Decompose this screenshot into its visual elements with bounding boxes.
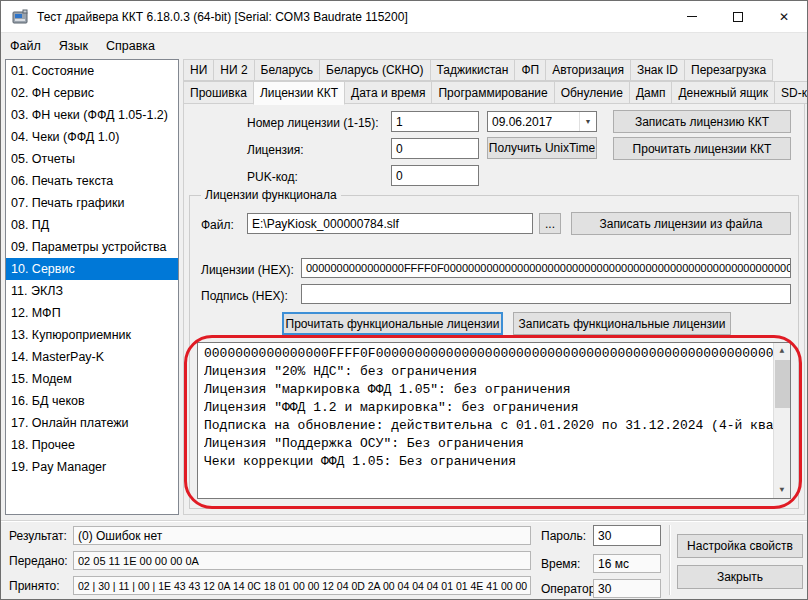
tab-programming[interactable]: Программирование <box>431 81 554 104</box>
sidebar-item-bill-acceptor[interactable]: 13. Купюроприемник <box>6 324 178 346</box>
tab-fp[interactable]: ФП <box>514 59 546 81</box>
received-value: 02 | 30 | 11 | 00 | 1E 43 43 12 0A 14 0C… <box>73 576 531 595</box>
output-line: Лицензия "маркировка ФФД 1.05": без огра… <box>204 381 786 399</box>
close-icon: ✕ <box>779 10 789 24</box>
password-input[interactable]: 30 <box>593 525 661 546</box>
read-functional-licenses-button[interactable]: Прочитать функциональные лицензии <box>282 312 503 335</box>
sidebar-item-other[interactable]: 18. Прочее <box>6 434 178 456</box>
sidebar-item-device-params[interactable]: 09. Параметры устройства <box>6 236 178 258</box>
date-picker[interactable]: 09.06.2017 ▼ <box>487 111 597 132</box>
output-line: Лицензия "Поддержка ОСУ": Без ограничени… <box>204 435 786 453</box>
sidebar-list: 01. Состояние 02. ФН сервис 03. ФН чеки … <box>5 59 179 515</box>
maximize-icon <box>733 12 743 22</box>
scroll-up-icon[interactable]: ▲ <box>774 343 790 359</box>
sidebar-item-service[interactable]: 10. Сервис <box>6 258 178 280</box>
tab-belarus-skno[interactable]: Беларусь (СКНО) <box>319 59 430 81</box>
sidebar-item-pay-manager[interactable]: 19. Pay Manager <box>6 456 178 478</box>
app-window: Тест драйвера ККТ 6.18.0.3 (64-bit) [Ser… <box>0 0 808 600</box>
properties-settings-button[interactable]: Настройка свойств <box>677 534 803 558</box>
window-title: Тест драйвера ККТ 6.18.0.3 (64-bit) [Ser… <box>37 10 408 24</box>
license-number-input[interactable]: 1 <box>391 111 479 132</box>
window-controls: ✕ <box>669 1 807 32</box>
menubar: Файл Язык Справка <box>1 34 807 58</box>
read-kkt-licenses-button[interactable]: Прочитать лицензии ККТ <box>613 137 791 160</box>
sidebar-item-fn-service[interactable]: 02. ФН сервис <box>6 82 178 104</box>
write-licenses-from-file-button[interactable]: Записать лицензии из файла <box>571 212 791 235</box>
get-unixtime-button[interactable]: Получить UnixTime <box>487 137 597 159</box>
signature-hex-label: Подпись (HEX): <box>201 289 288 303</box>
signature-hex-input[interactable] <box>301 284 791 304</box>
menu-help[interactable]: Справка <box>97 34 164 58</box>
close-button[interactable]: ✕ <box>761 1 807 32</box>
sidebar-item-fn-checks[interactable]: 03. ФН чеки (ФФД 1.05-1.2) <box>6 104 178 126</box>
tab-znak-id[interactable]: Знак ID <box>630 59 685 81</box>
chevron-down-icon[interactable]: ▼ <box>579 112 596 131</box>
write-kkt-license-button[interactable]: Записать лицензию ККТ <box>613 110 791 133</box>
tab-date-time[interactable]: Дата и время <box>344 81 432 104</box>
operator-value: 30 <box>593 579 661 598</box>
vertical-separator <box>669 525 671 595</box>
sidebar-item-eklz[interactable]: 11. ЭКЛЗ <box>6 280 178 302</box>
scrollbar-thumb[interactable] <box>775 360 790 408</box>
tab-row-1: НИ НИ 2 Беларусь Беларусь (СКНО) Таджики… <box>183 59 772 81</box>
sidebar-item-reports[interactable]: 05. Отчеты <box>6 148 178 170</box>
tab-firmware[interactable]: Прошивка <box>183 81 254 104</box>
tab-reboot[interactable]: Перезагрузка <box>684 59 773 81</box>
date-value: 09.06.2017 <box>488 115 579 129</box>
result-value: (0) Ошибок нет <box>73 526 531 545</box>
license-output-area[interactable]: 0000000000000000FFFF0F000000000000000000… <box>197 342 791 499</box>
sidebar-item-masterpay[interactable]: 14. MasterPay-K <box>6 346 178 368</box>
sidebar-item-print-text[interactable]: 06. Печать текста <box>6 170 178 192</box>
puk-input[interactable]: 0 <box>391 165 479 186</box>
tab-reset[interactable]: Обнуление <box>554 81 630 104</box>
output-line: Чеки коррекции ФФД 1.05: Без ограничения <box>204 453 786 471</box>
tab-row-2: Прошивка Лицензии ККТ Дата и время Прогр… <box>183 81 808 104</box>
tab-sd-card[interactable]: SD-карта <box>774 81 808 104</box>
password-label: Пароль: <box>541 529 586 543</box>
tab-authorization[interactable]: Авторизация <box>545 59 631 81</box>
tab-ni[interactable]: НИ <box>183 59 214 81</box>
sidebar-item-checks[interactable]: 04. Чеки (ФФД 1.0) <box>6 126 178 148</box>
license-input[interactable]: 0 <box>391 138 479 159</box>
scroll-down-icon[interactable]: ▼ <box>774 482 790 498</box>
license-label: Лицензия: <box>247 143 304 157</box>
menu-file[interactable]: Файл <box>1 34 50 58</box>
operator-label: Оператор: <box>541 582 599 596</box>
tab-kkt-licenses[interactable]: Лицензии ККТ <box>253 81 345 105</box>
file-path-input[interactable]: E:\PayKiosk_000000784.slf <box>247 213 533 234</box>
bottom-separator <box>1 520 808 522</box>
licenses-hex-input[interactable]: 0000000000000000FFFF0F000000000000000000… <box>301 258 791 278</box>
write-functional-licenses-button[interactable]: Записать функциональные лицензии <box>513 312 731 335</box>
tab-cash-drawer[interactable]: Денежный ящик <box>671 81 775 104</box>
sidebar-item-print-graphics[interactable]: 07. Печать графики <box>6 192 178 214</box>
sidebar-item-pd[interactable]: 08. ПД <box>6 214 178 236</box>
browse-file-button[interactable]: ... <box>539 213 561 234</box>
tab-ni2[interactable]: НИ 2 <box>213 59 254 81</box>
app-icon <box>11 8 29 26</box>
time-value: 16 мс <box>593 554 661 573</box>
titlebar: Тест драйвера ККТ 6.18.0.3 (64-bit) [Ser… <box>1 1 807 33</box>
file-label: Файл: <box>201 218 234 232</box>
output-line: Подписка на обновление: действительна с … <box>204 417 786 435</box>
license-number-label: Номер лицензии (1-15): <box>247 116 379 130</box>
tab-belarus[interactable]: Беларусь <box>254 59 320 81</box>
close-dialog-button[interactable]: Закрыть <box>677 565 803 589</box>
received-label: Принято: <box>9 579 60 593</box>
sent-value: 02 05 11 1E 00 00 00 0A <box>73 551 531 570</box>
sidebar-item-check-db[interactable]: 16. БД чеков <box>6 390 178 412</box>
sidebar-item-state[interactable]: 01. Состояние <box>6 60 178 82</box>
output-scrollbar[interactable]: ▲ ▼ <box>773 343 790 498</box>
sidebar-item-modem[interactable]: 15. Модем <box>6 368 178 390</box>
output-line-hex: 0000000000000000FFFF0F000000000000000000… <box>204 345 786 363</box>
sidebar-item-mfp[interactable]: 12. МФП <box>6 302 178 324</box>
minimize-button[interactable] <box>669 1 715 32</box>
maximize-button[interactable] <box>715 1 761 32</box>
menu-language[interactable]: Язык <box>50 34 97 58</box>
output-line: Лицензия "20% НДС": без ограничения <box>204 363 786 381</box>
sidebar-item-online-payments[interactable]: 17. Онлайн платежи <box>6 412 178 434</box>
tab-tajikistan[interactable]: Таджикистан <box>430 59 516 81</box>
functional-licenses-group-title: Лицензии функционала <box>201 188 341 202</box>
licenses-hex-label: Лицензии (HEX): <box>201 263 294 277</box>
tab-dump[interactable]: Дамп <box>629 81 673 104</box>
output-line: Лицензия "ФФД 1.2 и маркировка": без огр… <box>204 399 786 417</box>
